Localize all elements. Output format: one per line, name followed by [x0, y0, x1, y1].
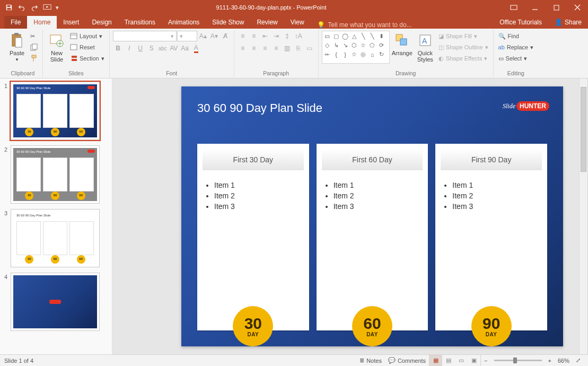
layout-button[interactable]: Layout ▾	[68, 31, 106, 41]
tab-design[interactable]: Design	[85, 16, 118, 29]
column-30[interactable]: First 30 Day Item 1Item 2Item 3 30DAY	[197, 144, 309, 330]
paste-button[interactable]: Paste▼	[6, 31, 28, 63]
section-button[interactable]: Section ▾	[68, 53, 106, 64]
align-text-button[interactable]: ⎘	[293, 43, 304, 54]
tab-review[interactable]: Review	[250, 16, 284, 29]
sorter-view-button[interactable]: ▤	[442, 355, 455, 367]
replace-button[interactable]: abReplace ▾	[497, 42, 536, 53]
change-case-button[interactable]: Aa	[180, 43, 190, 54]
reset-icon	[70, 44, 77, 50]
shapes-gallery[interactable]: ▭▢◯△╲╲⬍ ◇↳↘⬡☆⬠⟳ ⬰{}☆◎⌂↻	[322, 31, 390, 64]
underline-button[interactable]: U	[135, 43, 146, 54]
slide-thumb-1[interactable]: 1 30 60 90 Day Plan Slide 306090	[1, 82, 112, 140]
zoom-slider[interactable]	[494, 360, 542, 361]
font-size-combo[interactable]: ▾	[177, 31, 197, 41]
thumbnail-panel[interactable]: 1 30 60 90 Day Plan Slide 306090 2 30 60…	[0, 79, 112, 354]
layout-icon	[70, 33, 77, 39]
shape-effects-button[interactable]: ◐Shape Effects ▾	[437, 53, 490, 64]
text-direction-button[interactable]: ↕A	[293, 31, 304, 41]
comments-button[interactable]: 💬Comments	[385, 355, 429, 366]
clear-format-icon[interactable]: A̸	[220, 31, 231, 41]
start-slideshow-button[interactable]	[41, 2, 53, 13]
italic-button[interactable]: I	[124, 43, 135, 54]
columns-row: First 30 Day Item 1Item 2Item 3 30DAY Fi…	[197, 144, 547, 330]
svg-rect-8	[32, 44, 37, 49]
slideshow-view-button[interactable]: ▣	[468, 355, 480, 367]
minimize-button[interactable]	[524, 0, 546, 15]
normal-view-button[interactable]: ▦	[429, 355, 442, 367]
justify-button[interactable]: ≡	[271, 43, 282, 54]
vertical-scrollbar[interactable]	[579, 79, 587, 354]
zoom-in-button[interactable]: +	[545, 355, 555, 366]
shadow-button[interactable]: abc	[157, 43, 168, 54]
slide-thumb-2[interactable]: 2 30 60 90 Day Plan Slide 306090	[1, 145, 112, 204]
ribbon-display-button[interactable]	[503, 0, 524, 15]
lightbulb-icon: 💡	[317, 21, 325, 29]
char-spacing-button[interactable]: AV	[169, 43, 179, 54]
tab-insert[interactable]: Insert	[57, 16, 85, 29]
scroll-thumb[interactable]	[581, 87, 586, 172]
slide-title[interactable]: 30 60 90 Day Plan Slide	[197, 101, 322, 115]
slide[interactable]: 30 60 90 Day Plan Slide SlideHUNTER Firs…	[181, 86, 563, 346]
comments-icon: 💬	[388, 357, 396, 364]
format-painter-button[interactable]	[29, 53, 39, 64]
effects-icon: ◐	[438, 55, 444, 62]
bold-button[interactable]: B	[113, 43, 124, 54]
save-button[interactable]	[3, 2, 15, 13]
shape-outline-button[interactable]: ◫Shape Outline ▾	[437, 42, 490, 53]
column-90[interactable]: First 90 Day Item 1Item 2Item 3 90DAY	[435, 144, 547, 330]
new-slide-button[interactable]: New Slide	[46, 31, 67, 64]
columns-button[interactable]: ▥	[282, 43, 293, 54]
office-tutorials-link[interactable]: Office Tutorials	[493, 16, 548, 29]
tab-slideshow[interactable]: Slide Show	[206, 16, 250, 29]
strike-button[interactable]: S	[146, 43, 157, 54]
numbering-button[interactable]: ≡	[249, 31, 259, 41]
align-right-button[interactable]: ≡	[260, 43, 270, 54]
tab-file[interactable]: File	[4, 16, 27, 29]
arrange-button[interactable]: Arrange	[390, 31, 415, 57]
reset-button[interactable]: Reset	[68, 42, 106, 53]
tab-animations[interactable]: Animations	[162, 16, 206, 29]
copy-button[interactable]	[29, 42, 39, 53]
line-spacing-button[interactable]: ‡	[282, 31, 293, 41]
group-slides: New Slide Layout ▾ Reset Section ▾ Slide…	[43, 30, 110, 79]
slide-thumb-3[interactable]: 3 30 60 90 Day Plan Slide 306090	[1, 209, 112, 267]
zoom-out-button[interactable]: −	[481, 355, 490, 366]
shape-fill-button[interactable]: ◪Shape Fill ▾	[437, 31, 490, 41]
font-color-button[interactable]: A	[191, 43, 201, 54]
tab-home[interactable]: Home	[27, 16, 57, 29]
column-60[interactable]: First 60 Day Item 1Item 2Item 3 60DAY	[317, 144, 428, 330]
qat-customize-icon[interactable]: ▾	[54, 2, 60, 13]
quick-styles-button[interactable]: A Quick Styles	[415, 31, 436, 64]
tab-transitions[interactable]: Transitions	[118, 16, 162, 29]
decrease-font-icon[interactable]: A▾	[209, 31, 220, 41]
align-left-button[interactable]: ≡	[238, 43, 248, 54]
font-name-combo[interactable]: ▾	[113, 31, 177, 41]
outdent-button[interactable]: ⇤	[260, 31, 270, 41]
cut-button[interactable]: ✂	[29, 31, 39, 41]
zoom-level[interactable]: 66%	[555, 355, 573, 366]
smartart-button[interactable]: ▭	[304, 43, 315, 54]
slide-canvas[interactable]: 30 60 90 Day Plan Slide SlideHUNTER Firs…	[112, 79, 588, 354]
reading-view-button[interactable]: ▭	[455, 355, 468, 367]
tell-me-search[interactable]: 💡Tell me what you want to do...	[311, 21, 494, 29]
find-button[interactable]: 🔍Find	[497, 31, 536, 41]
bullets-button[interactable]: ≡	[238, 31, 248, 41]
slide-position[interactable]: Slide 1 of 4	[4, 358, 33, 364]
close-button[interactable]	[567, 0, 588, 15]
svg-rect-11	[71, 33, 77, 39]
fit-button[interactable]: ⤢	[573, 355, 584, 366]
indent-button[interactable]: ⇥	[271, 31, 282, 41]
increase-font-icon[interactable]: A▴	[198, 31, 208, 41]
slide-thumb-4[interactable]: 4	[1, 273, 112, 331]
window-buttons	[503, 0, 588, 15]
select-button[interactable]: ▭Select ▾	[497, 53, 536, 64]
undo-button[interactable]	[16, 2, 28, 13]
notes-button[interactable]: ≣Notes	[356, 355, 385, 366]
share-button[interactable]: 👤Share	[548, 16, 588, 29]
tab-view[interactable]: View	[284, 16, 311, 29]
outline-icon: ◫	[438, 44, 444, 51]
maximize-button[interactable]	[546, 0, 567, 15]
redo-button[interactable]	[29, 2, 40, 13]
align-center-button[interactable]: ≡	[249, 43, 259, 54]
